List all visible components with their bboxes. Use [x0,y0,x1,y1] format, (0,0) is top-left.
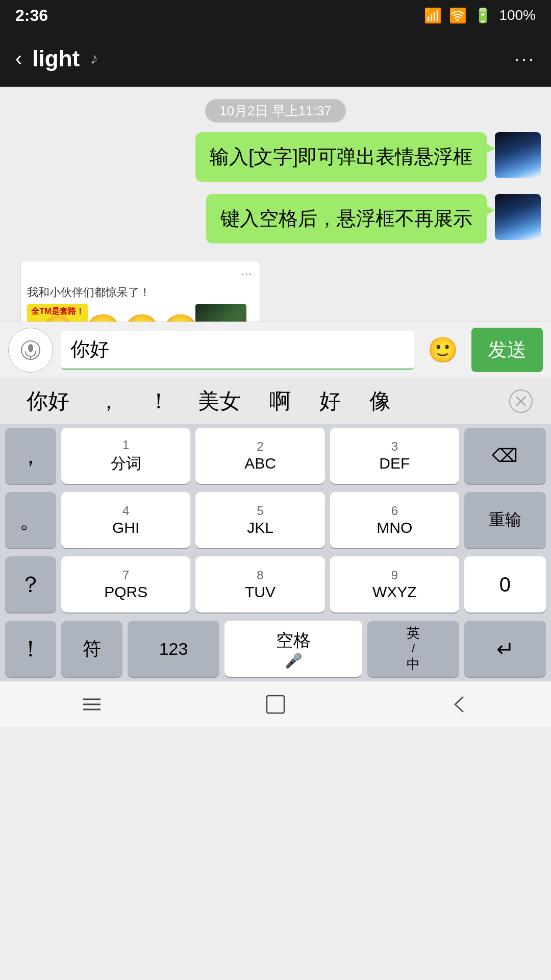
sticker-emoji: 😮😮😮 [85,312,199,322]
key-5-jkl[interactable]: 5 JKL [195,492,324,548]
status-time: 2:36 [15,6,48,25]
suggestion-3[interactable]: 美女 [184,387,255,415]
key-0[interactable]: 0 [464,556,546,612]
nav-back-button[interactable] [429,689,490,720]
key-letter-tuv: TUV [245,583,276,601]
bottom-nav [0,681,551,727]
key-123[interactable]: 123 [128,621,219,677]
key-7-pqrs[interactable]: 7 PQRS [61,556,190,612]
message-bubble-2: 键入空格后，悬浮框不再展示 [206,194,487,243]
key-comma[interactable]: ， [5,428,56,484]
key-letter-jkl: JKL [247,519,273,536]
send-button[interactable]: 发送 [471,328,543,372]
message-row: 输入[文字]即可弹出表情悬浮框 [10,132,541,182]
key-num-7: 7 [122,568,129,582]
suggestion-6[interactable]: 像 [355,387,405,415]
suggestion-0[interactable]: 你好 [12,387,84,415]
battery-percent: 100% [499,7,536,23]
nav-home-button[interactable] [245,689,306,720]
emoji-popup-header: ⋯ [27,267,254,281]
key-language[interactable]: 英/中 [367,621,459,677]
timestamp-badge: 10月2日 早上11:37 [10,102,541,120]
input-bar: 🙂 发送 [0,322,551,378]
key-num-9: 9 [391,568,398,582]
key-symbol[interactable]: 符 [61,621,122,677]
nav-menu-button[interactable] [61,689,122,720]
key-9-wxyz[interactable]: 9 WXYZ [330,556,459,612]
delete-circle-icon [508,388,534,414]
key-letter-def: DEF [379,455,410,472]
key-num-5: 5 [257,504,263,518]
emoji-face-icon: 🙂 [428,336,458,364]
key-2-abc[interactable]: 2 ABC [195,428,324,484]
suggestion-4[interactable]: 啊 [255,387,305,415]
key-exclamation[interactable]: ！ [5,621,56,677]
back-nav-icon [449,692,469,717]
voice-button[interactable] [8,328,53,373]
keyboard-row-1: ， 1 分词 2 ABC 3 DEF ⌫ [0,424,551,488]
avatar-2 [495,194,541,240]
keyboard-row-3: ？ 7 PQRS 8 TUV 9 WXYZ 0 [0,552,551,617]
key-enter[interactable]: ↵ [464,621,546,677]
avatar-1 [495,132,541,178]
key-num-8: 8 [257,568,263,582]
battery-icon: 🔋 [474,7,492,24]
message-bubble-1: 输入[文字]即可弹出表情悬浮框 [195,132,487,182]
key-4-ghi[interactable]: 4 GHI [61,492,190,548]
emoji-popup-dots[interactable]: ⋯ [241,267,254,281]
key-reenter[interactable]: 重输 [464,492,546,548]
key-num-3: 3 [391,439,398,454]
back-button[interactable]: ‹ [15,47,22,70]
timestamp-text: 10月2日 早上11:37 [205,99,346,122]
key-space[interactable]: 空格 🎤 [224,621,362,677]
keyboard: ， 1 分词 2 ABC 3 DEF ⌫ 。 4 GHI 5 JKL 6 MNO… [0,424,551,681]
key-num-4: 4 [122,504,129,518]
voice-icon [20,340,41,360]
chat-header: ‹ light ♪ ··· [0,31,551,87]
key-8-tuv[interactable]: 8 TUV [195,556,324,612]
key-letter-mno: MNO [377,519,412,536]
suggestion-delete-button[interactable] [503,383,539,419]
message-input[interactable] [61,331,414,370]
signal-icon: 📶 [424,7,442,24]
menu-icon [79,694,105,715]
suggestion-2[interactable]: ！ [134,387,184,415]
key-3-def[interactable]: 3 DEF [330,428,459,484]
chat-area: 10月2日 早上11:37 输入[文字]即可弹出表情悬浮框 键入空格后，悬浮框不… [0,87,551,322]
emoji-popup-caption: 我和小伙伴们都惊呆了！ [27,285,254,300]
sticker-text: 全TM是套路！ [27,306,88,317]
svg-rect-9 [267,696,284,713]
key-num-1: 1 [122,438,129,452]
emoji-button[interactable]: 🙂 [422,330,463,371]
emoji-sticker-yellow[interactable]: 😭 全TM是套路！ [27,304,88,322]
emoji-sticker-surprised[interactable]: 😮😮😮 [93,304,190,322]
more-button[interactable]: ··· [514,48,536,69]
status-bar: 2:36 📶 🛜 🔋 100% [0,0,551,31]
key-backspace[interactable]: ⌫ [464,428,546,484]
mic-small-icon: 🎤 [285,652,303,669]
chat-title: light [32,46,80,71]
key-letter-wxyz: WXYZ [372,583,417,601]
suggestion-1[interactable]: ， [84,387,134,415]
key-question[interactable]: ？ [5,556,56,612]
emoji-sticker-photo[interactable] [195,304,246,322]
key-letter-pqrs: PQRS [104,583,147,601]
key-1-fenci[interactable]: 1 分词 [61,428,190,484]
emoji-popup-images: 😭 全TM是套路！ 😮😮😮 [27,304,254,322]
svg-point-1 [28,344,33,352]
home-square-icon [263,692,288,717]
header-left: ‹ light ♪ [15,46,98,71]
message-text-1: 输入[文字]即可弹出表情悬浮框 [210,146,472,167]
key-letter-abc: ABC [244,455,276,472]
key-6-mno[interactable]: 6 MNO [330,492,459,548]
emoji-popup: ⋯ 我和小伙伴们都惊呆了！ 😭 全TM是套路！ 😮😮😮 [20,261,260,322]
key-letter-fenci: 分词 [111,453,141,474]
suggestion-bar: 你好 ， ！ 美女 啊 好 像 [0,378,551,424]
keyboard-row-2: 。 4 GHI 5 JKL 6 MNO 重输 [0,488,551,552]
suggestion-5[interactable]: 好 [305,387,355,415]
key-letter-ghi: GHI [112,519,139,536]
key-period[interactable]: 。 [5,492,56,548]
key-num-6: 6 [391,504,398,518]
keyboard-row-4: ！ 符 123 空格 🎤 英/中 ↵ [0,617,551,681]
message-row: 键入空格后，悬浮框不再展示 [10,194,541,243]
